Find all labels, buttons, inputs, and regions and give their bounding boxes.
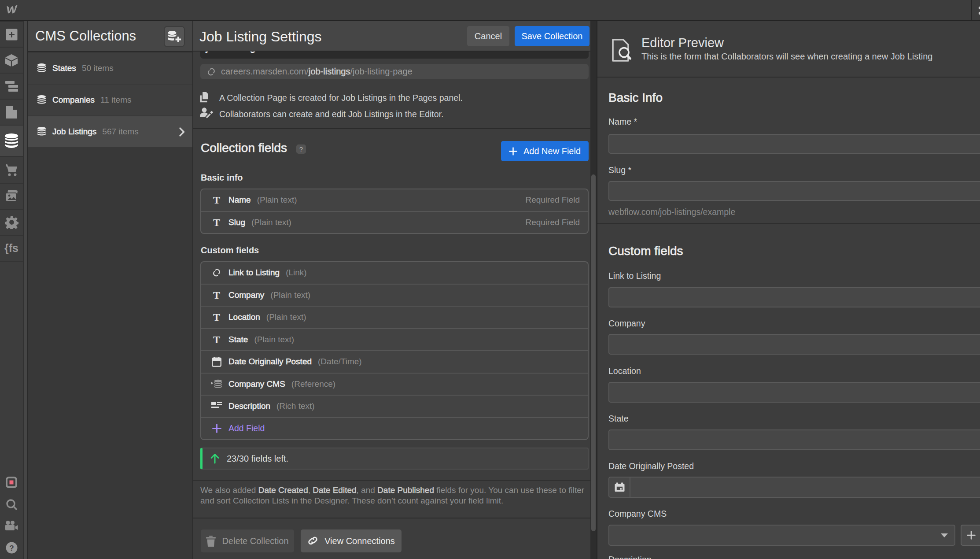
svg-text:?: ?: [9, 544, 14, 552]
